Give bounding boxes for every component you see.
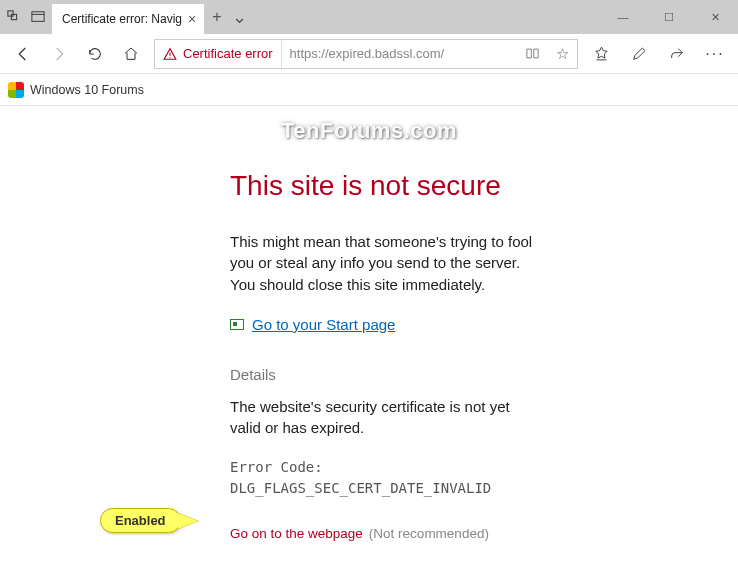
home-button[interactable] xyxy=(114,37,148,71)
details-heading[interactable]: Details xyxy=(230,364,540,386)
svg-point-5 xyxy=(169,56,170,57)
titlebar-left xyxy=(0,0,52,34)
error-page-content: This site is not secure This might mean … xyxy=(0,106,540,543)
toolbar-right: ··· xyxy=(584,37,732,71)
error-title: This site is not secure xyxy=(230,166,540,207)
svg-rect-2 xyxy=(32,12,44,22)
new-tab-button[interactable]: + xyxy=(212,8,221,26)
forward-button[interactable] xyxy=(42,37,76,71)
minimize-button[interactable]: — xyxy=(600,0,646,34)
window-split-icon[interactable] xyxy=(30,9,46,25)
annotation-callout: Enabled xyxy=(100,508,181,533)
bookmarks-bar: Windows 10 Forums xyxy=(0,74,738,106)
tab-close-icon[interactable]: × xyxy=(188,12,196,26)
tab-menu-chevron-icon[interactable]: ⌄ xyxy=(232,6,247,28)
certificate-warning-badge[interactable]: Certificate error xyxy=(155,40,282,68)
back-button[interactable] xyxy=(6,37,40,71)
favorites-list-icon[interactable] xyxy=(584,37,618,71)
error-description: This might mean that someone's trying to… xyxy=(230,231,540,296)
tab-title: Certificate error: Navig xyxy=(62,12,182,26)
browser-toolbar: Certificate error https://expired.badssl… xyxy=(0,34,738,74)
bookmark-item[interactable]: Windows 10 Forums xyxy=(30,83,144,97)
tab-actions: + ⌄ xyxy=(204,0,254,34)
start-link-label: Go to your Start page xyxy=(252,314,395,336)
maximize-button[interactable]: ☐ xyxy=(646,0,692,34)
favorite-star-icon[interactable]: ☆ xyxy=(547,40,577,68)
window-titlebar: Certificate error: Navig × + ⌄ — ☐ ✕ xyxy=(0,0,738,34)
details-body: The website's security certificate is no… xyxy=(230,396,540,440)
notes-icon[interactable] xyxy=(622,37,656,71)
svg-rect-1 xyxy=(11,14,16,19)
start-page-icon xyxy=(230,319,244,330)
error-code-value: DLG_FLAGS_SEC_CERT_DATE_INVALID xyxy=(230,478,540,498)
share-icon[interactable] xyxy=(660,37,694,71)
not-recommended-label: (Not recommended) xyxy=(369,524,489,544)
refresh-button[interactable] xyxy=(78,37,112,71)
task-view-icon[interactable] xyxy=(6,9,22,25)
reading-view-icon[interactable] xyxy=(517,40,547,68)
go-on-row: Go on to the webpage (Not recommended) xyxy=(230,524,540,544)
more-menu-icon[interactable]: ··· xyxy=(698,37,732,71)
address-bar[interactable]: Certificate error https://expired.badssl… xyxy=(154,39,578,69)
annotation-label: Enabled xyxy=(115,513,166,528)
bookmark-favicon xyxy=(8,82,24,98)
certificate-warning-label: Certificate error xyxy=(183,46,273,61)
go-on-link[interactable]: Go on to the webpage xyxy=(230,524,363,544)
svg-rect-0 xyxy=(8,11,13,16)
url-text[interactable]: https://expired.badssl.com/ xyxy=(282,46,517,61)
error-code-label: Error Code: xyxy=(230,457,540,477)
go-to-start-link[interactable]: Go to your Start page xyxy=(230,314,395,336)
close-window-button[interactable]: ✕ xyxy=(692,0,738,34)
window-controls: — ☐ ✕ xyxy=(600,0,738,34)
warning-triangle-icon xyxy=(163,47,177,61)
browser-tab-active[interactable]: Certificate error: Navig × xyxy=(52,4,204,34)
